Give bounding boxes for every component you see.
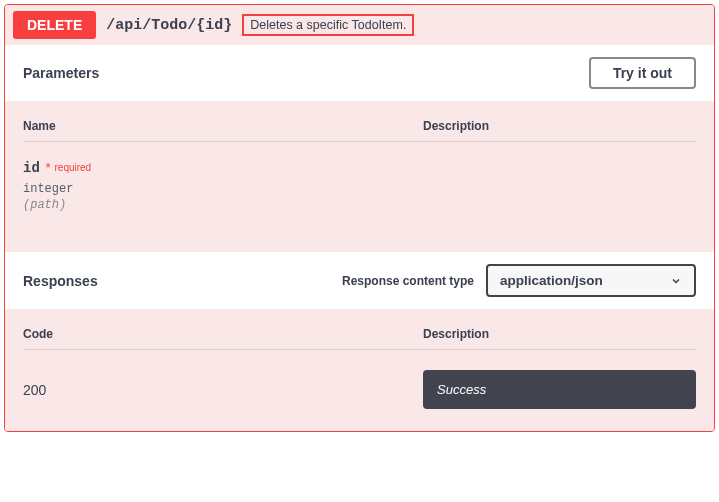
response-row: 200 Success	[23, 370, 696, 409]
content-type-select[interactable]: application/json	[486, 264, 696, 297]
param-name: id	[23, 160, 40, 176]
responses-section-header: Responses Response content type applicat…	[5, 252, 714, 309]
operation-summary: Deletes a specific TodoItem.	[242, 14, 414, 36]
operation-header[interactable]: DELETE /api/Todo/{id} Deletes a specific…	[5, 5, 714, 45]
response-description: Success	[423, 370, 696, 409]
responses-title: Responses	[23, 273, 98, 289]
response-header-description: Description	[423, 327, 696, 341]
param-header-description: Description	[423, 119, 696, 133]
responses-table-header: Code Description	[23, 327, 696, 350]
param-in: (path)	[23, 198, 423, 212]
chevron-down-icon	[670, 275, 682, 287]
delete-operation-block: DELETE /api/Todo/{id} Deletes a specific…	[4, 4, 715, 432]
responses-body: Code Description 200 Success	[5, 309, 714, 431]
http-method-badge: DELETE	[13, 11, 96, 39]
parameter-row: id *required integer (path)	[23, 158, 696, 212]
parameters-body: Name Description id *required integer (p…	[5, 101, 714, 252]
parameters-table-header: Name Description	[23, 119, 696, 142]
param-header-name: Name	[23, 119, 423, 133]
content-type-label: Response content type	[342, 274, 474, 288]
response-code: 200	[23, 382, 46, 398]
content-type-value: application/json	[500, 273, 603, 288]
response-header-code: Code	[23, 327, 423, 341]
endpoint-path: /api/Todo/{id}	[106, 17, 232, 34]
required-label: required	[54, 162, 91, 173]
param-type: integer	[23, 182, 423, 196]
parameters-section-header: Parameters Try it out	[5, 45, 714, 101]
required-star-icon: *	[42, 160, 51, 175]
try-it-out-button[interactable]: Try it out	[589, 57, 696, 89]
parameters-title: Parameters	[23, 65, 99, 81]
